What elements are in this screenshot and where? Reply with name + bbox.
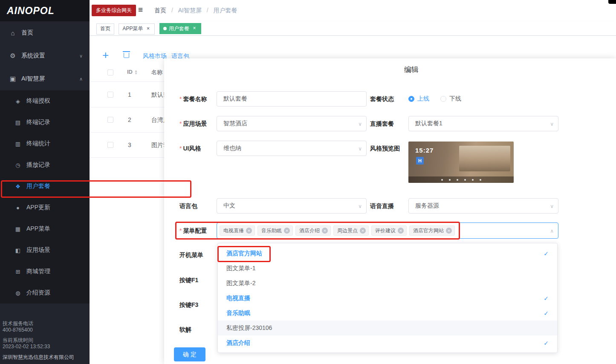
radio-offline[interactable]: 下线 (440, 95, 461, 103)
sidebar-item-label: 终端记录 (26, 118, 50, 126)
ui-style-select[interactable]: 维也纳 ∨ (217, 141, 367, 156)
sidebar-item-app-menu[interactable]: ▦ APP菜单 (0, 218, 90, 240)
dropdown-option-hotel-website[interactable]: 酒店官方网站 ✓ (218, 246, 557, 261)
sidebar-item-ai-screen[interactable]: ▣ AI智慧屏 ∧ (0, 67, 90, 90)
style-preview-image: 15:27 H (408, 142, 514, 183)
tag-close-icon[interactable]: × (398, 228, 404, 234)
field-label-key-f1: 按键F1 (179, 272, 219, 288)
add-icon[interactable]: + (102, 49, 109, 62)
gateway-badge[interactable]: 多业务综合网关 (92, 5, 136, 16)
system-time-value: 2023-02-02 13:52:33 (3, 344, 85, 350)
sidebar-item-intro-resources[interactable]: ◍ 介绍资源 (0, 282, 90, 303)
selected-tag: 酒店介绍 × (295, 225, 331, 236)
tag-close-icon[interactable]: × (446, 228, 452, 234)
selected-tag: 周边景点 × (333, 225, 369, 236)
sidebar-item-label: 首页 (21, 29, 33, 37)
field-label-style-preview: 风格预览图 (370, 141, 409, 156)
system-time-label: 当前系统时间 (3, 337, 85, 344)
screen-icon: ▣ (9, 75, 16, 83)
sidebar-item-system-settings[interactable]: ⚙ 系统设置 ∨ (0, 44, 90, 67)
tag-close-icon[interactable]: × (360, 228, 366, 234)
breadcrumb-separator: / (171, 7, 173, 14)
tab-user-package[interactable]: 用户套餐 × (159, 23, 201, 34)
field-label-package-name: *套餐名称 (179, 91, 219, 107)
grid-icon: ▦ (14, 226, 21, 232)
breadcrumb-home[interactable]: 首页 (154, 7, 166, 14)
close-icon[interactable]: × (145, 26, 151, 32)
sort-icon[interactable]: ▲▼ (134, 70, 138, 75)
select-all-checkbox[interactable] (107, 69, 113, 75)
circle-icon: ● (14, 205, 21, 211)
confirm-button[interactable]: 确 定 (174, 347, 205, 361)
tab-app-menu[interactable]: APP菜单 × (119, 23, 155, 35)
row-checkbox[interactable] (107, 117, 113, 123)
voice-live-select[interactable]: 服务器源 ∨ (408, 198, 558, 214)
sidebar-item-terminal-auth[interactable]: ◈ 终端授权 (0, 90, 90, 112)
sidebar-item-label: 用户套餐 (26, 182, 50, 190)
sidebar-item-label: 介绍资源 (26, 289, 50, 297)
tag-close-icon[interactable]: × (246, 228, 252, 234)
sidebar-item-terminal-stats[interactable]: ▥ 终端统计 (0, 133, 90, 154)
sidebar-item-terminal-records[interactable]: ▤ 终端记录 (0, 112, 90, 133)
chevron-down-icon: ∨ (358, 116, 362, 132)
mall-icon: ⊞ (14, 269, 21, 275)
dropdown-option-private-cast[interactable]: 私密投屏-230106 (218, 321, 557, 335)
dropdown-option-image-menu-1[interactable]: 图文菜单-1 (218, 261, 557, 276)
cell-id: 3 (128, 142, 131, 148)
selected-tag: 音乐助眠 × (257, 225, 293, 236)
field-label-menu-config: *菜单配置 (179, 223, 219, 238)
corner-artifact (608, 0, 616, 4)
language-pack-select[interactable]: 中文 ∨ (217, 198, 367, 214)
service-phone-label: 技术服务电话 (3, 321, 85, 327)
tag-close-icon[interactable]: × (284, 228, 290, 234)
sidebar-item-label: APP菜单 (26, 225, 50, 233)
breadcrumb-ai-screen[interactable]: AI智慧屏 (178, 7, 202, 14)
sidebar-item-mall-management[interactable]: ⊞ 商城管理 (0, 261, 90, 282)
chevron-down-icon: ∨ (79, 53, 83, 59)
close-icon[interactable]: × (191, 26, 197, 32)
dropdown-option-music-sleep[interactable]: 音乐助眠 ✓ (218, 306, 557, 321)
sidebar-item-label: AI智慧屏 (21, 75, 45, 83)
dropdown-option-tv-live[interactable]: 电视直播 ✓ (218, 291, 557, 306)
delete-icon[interactable] (124, 53, 129, 58)
sidebar-item-home[interactable]: ⌂ 首页 (0, 21, 90, 44)
breadcrumb: 首页 / AI智慧屏 / 用户套餐 (154, 7, 237, 14)
style-market-link[interactable]: 风格市场 (143, 52, 167, 60)
tab-label: 首页 (100, 25, 110, 32)
menu-config-multiselect[interactable]: 电视直播 × 音乐助眠 × 酒店介绍 × 周边景点 × 评价建议 × 酒店官方网… (217, 222, 558, 239)
company-name: 深圳智慧光迅信息技术有限公司 (3, 354, 85, 361)
active-dot-icon (163, 27, 167, 30)
tab-home[interactable]: 首页 (96, 23, 114, 35)
tag-close-icon[interactable]: × (322, 228, 328, 234)
check-icon: ✓ (544, 310, 549, 317)
app-logo: AINOPOL (0, 0, 90, 21)
row-checkbox[interactable] (107, 142, 113, 148)
dialog-title: 编辑 (185, 65, 616, 75)
shield-icon: ◈ (14, 98, 21, 104)
column-header-id[interactable]: ID▲▼ (127, 69, 138, 75)
live-package-select[interactable]: 默认套餐1 ∨ (408, 116, 558, 131)
field-label-boot-menu: 开机菜单 (179, 247, 219, 263)
scene-icon: ◧ (14, 247, 21, 254)
radio-online[interactable]: 上线 (408, 95, 429, 103)
sidebar-item-user-package[interactable]: ❖ 用户套餐 (0, 176, 90, 197)
breadcrumb-separator: / (207, 7, 208, 14)
sidebar-item-app-update[interactable]: ● APP更新 (0, 197, 90, 218)
sidebar-item-app-scene[interactable]: ◧ 应用场景 (0, 240, 90, 261)
radio-circle-icon (440, 96, 446, 102)
preview-menu-strip (408, 176, 514, 183)
app-scene-select[interactable]: 智慧酒店 ∨ (217, 116, 367, 131)
sidebar-item-play-records[interactable]: ◷ 播放记录 (0, 154, 90, 176)
selected-tag: 酒店官方网站 × (409, 225, 455, 236)
hamburger-icon[interactable]: ≡ (138, 5, 143, 14)
package-name-input[interactable] (217, 91, 367, 107)
check-icon: ✓ (544, 250, 549, 257)
chevron-down-icon: ∨ (550, 116, 554, 132)
dropdown-option-hotel-intro[interactable]: 酒店介绍 ✓ (218, 335, 557, 350)
row-checkbox[interactable] (107, 92, 113, 98)
menu-config-dropdown: 酒店官方网站 ✓ 图文菜单-1 图文菜单-2 电视直播 ✓ 音乐助眠 ✓ 私密投… (217, 243, 558, 353)
dropdown-option-image-menu-2[interactable]: 图文菜单-2 (218, 276, 557, 291)
sidebar-footer: 技术服务电话 400-8765400 当前系统时间 2023-02-02 13:… (0, 321, 90, 362)
preview-hotel-logo: H (416, 157, 424, 165)
sidebar-item-label: 终端统计 (26, 140, 50, 147)
